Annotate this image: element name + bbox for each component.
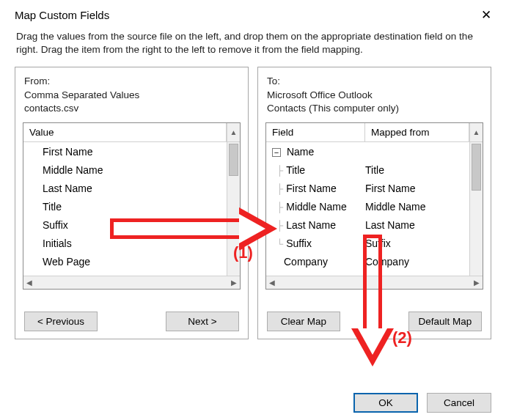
tree-item-mapped: Middle Name — [365, 202, 469, 212]
tree-item-mapped: First Name — [365, 183, 469, 194]
to-horizontal-scrollbar[interactable]: ◀ ▶ — [266, 276, 483, 289]
list-item[interactable]: Initials — [23, 234, 227, 252]
list-item-label: First Name — [43, 147, 92, 157]
tree-item[interactable]: ├Title Title — [266, 161, 469, 179]
annotation-label-1: (1) — [233, 243, 253, 262]
tree-branch-icon: ├ — [272, 165, 286, 176]
to-target-app: Microsoft Office Outlook — [267, 89, 482, 102]
clear-map-button[interactable]: Clear Map — [267, 312, 340, 331]
list-item[interactable]: Title — [23, 197, 227, 215]
scroll-left-icon[interactable]: ◀ — [269, 279, 275, 287]
default-map-button[interactable]: Default Map — [408, 312, 482, 331]
to-heading: To: — [267, 75, 482, 88]
tree-item-mapped: Suffix — [365, 238, 469, 248]
tree-item-mapped: Company — [365, 257, 469, 267]
tree-item-field: Title — [286, 164, 305, 176]
from-panel: From: Comma Separated Values contacts.cs… — [15, 67, 249, 339]
annotation-label-2: (2) — [392, 328, 412, 347]
from-heading: From: — [24, 75, 239, 88]
tree-branch-icon: ├ — [272, 202, 286, 213]
from-filename: contacts.csv — [24, 102, 239, 115]
tree-collapse-icon[interactable]: − — [272, 148, 281, 157]
from-source-type: Comma Separated Values — [24, 89, 239, 102]
to-column-mapped[interactable]: Mapped from — [365, 123, 469, 141]
tree-item[interactable]: └Suffix Suffix — [266, 234, 469, 252]
dialog-title: Map Custom Fields — [15, 9, 109, 21]
list-item-label: Middle Name — [43, 165, 103, 175]
list-item-label: Title — [43, 202, 62, 212]
list-item-label: Last Name — [43, 183, 92, 194]
previous-button[interactable]: < Previous — [24, 312, 98, 331]
tree-item-field: Middle Name — [286, 201, 346, 213]
ok-button[interactable]: OK — [353, 393, 418, 413]
list-item-label: Suffix — [43, 220, 68, 230]
next-button[interactable]: Next > — [166, 312, 239, 331]
scroll-right-icon[interactable]: ▶ — [231, 279, 237, 287]
list-item[interactable]: Web Page — [23, 252, 227, 270]
tree-item-field: First Name — [286, 183, 336, 194]
scroll-up-icon[interactable]: ▲ — [469, 123, 483, 141]
tree-item[interactable]: ├Middle Name Middle Name — [266, 197, 469, 215]
close-icon[interactable]: ✕ — [475, 7, 497, 23]
tree-branch-icon: ├ — [272, 220, 286, 231]
dialog-instructions: Drag the values from the source file on … — [0, 27, 506, 67]
tree-item[interactable]: ├Last Name Last Name — [266, 215, 469, 234]
list-item[interactable]: Suffix — [23, 215, 227, 234]
list-item[interactable]: First Name — [23, 142, 227, 161]
to-listbox[interactable]: Field Mapped from ▲ − Name ├Title Tit — [265, 122, 483, 290]
from-listbox[interactable]: Value ▲ First Name Middle Name Last Name… — [23, 122, 241, 290]
tree-item[interactable]: ├First Name First Name — [266, 179, 469, 197]
cancel-button[interactable]: Cancel — [427, 393, 491, 413]
to-folder: Contacts (This computer only) — [267, 102, 482, 115]
tree-branch-icon: └ — [272, 238, 286, 249]
list-item[interactable]: Middle Name — [23, 161, 227, 179]
tree-root[interactable]: − Name — [266, 142, 469, 161]
list-item[interactable]: Last Name — [23, 179, 227, 197]
list-item-label: Web Page — [43, 257, 90, 267]
scroll-up-icon[interactable]: ▲ — [227, 123, 240, 141]
scroll-right-icon[interactable]: ▶ — [474, 279, 480, 287]
list-item-label: Initials — [43, 238, 72, 248]
scroll-left-icon[interactable]: ◀ — [26, 279, 32, 287]
from-column-header[interactable]: Value — [23, 123, 227, 141]
tree-item-field: Suffix — [286, 237, 312, 249]
tree-item[interactable]: Company Company — [266, 252, 469, 270]
tree-item-field: Last Name — [286, 219, 336, 231]
to-panel: To: Microsoft Office Outlook Contacts (T… — [257, 67, 491, 339]
tree-root-label: Name — [287, 146, 314, 158]
from-horizontal-scrollbar[interactable]: ◀ ▶ — [23, 276, 240, 289]
tree-item-field: Company — [284, 256, 328, 268]
tree-branch-icon: ├ — [272, 183, 286, 194]
tree-item-mapped: Last Name — [365, 220, 469, 230]
tree-item-mapped: Title — [365, 165, 469, 175]
to-column-field[interactable]: Field — [266, 123, 365, 141]
to-vertical-scrollbar[interactable] — [469, 142, 483, 276]
